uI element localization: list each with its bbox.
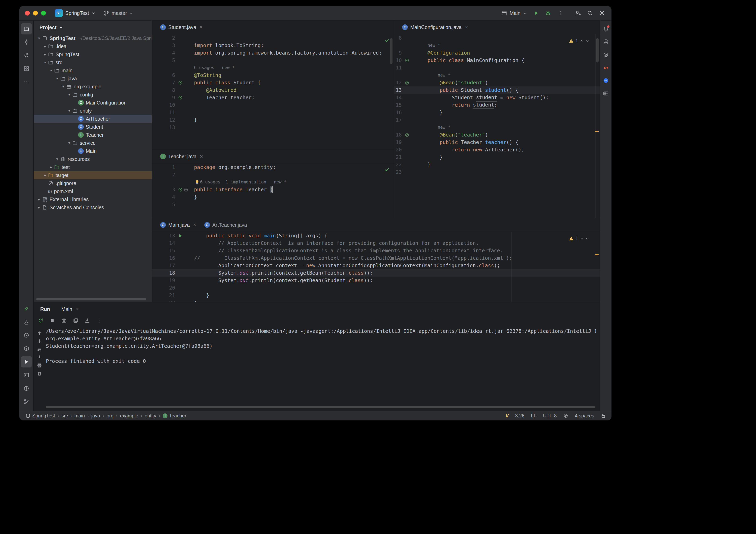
editor-scrollbar[interactable] — [596, 38, 599, 62]
tree-item-springtest[interactable]: ▾SpringTest~/Desktop/CS/JavaEE/2 Java Sp… — [34, 34, 152, 42]
tree-chevron-icon[interactable]: ▸ — [42, 173, 48, 177]
tree-item-src[interactable]: ▾src — [34, 58, 152, 67]
tree-chevron-icon[interactable]: ▾ — [67, 108, 72, 113]
chevron-up-icon[interactable] — [580, 39, 584, 43]
code-line[interactable]: 16// ClassPathXmlApplicationContext cont… — [152, 254, 600, 262]
caret-position-widget[interactable]: 3:26 — [515, 413, 525, 419]
version-control-button[interactable] — [21, 396, 32, 408]
tree-horizontal-scrollbar[interactable] — [36, 298, 146, 300]
kebab-button[interactable] — [96, 318, 102, 323]
minimize-window-button[interactable] — [33, 11, 38, 15]
code-line[interactable]: 21 } — [394, 154, 600, 161]
structure-button[interactable] — [21, 63, 32, 74]
trash-button[interactable] — [37, 371, 42, 376]
editor-scrollbar[interactable] — [390, 38, 392, 64]
run-button[interactable] — [533, 10, 539, 16]
code-line[interactable]: 23 — [394, 168, 600, 176]
tree-item-idea[interactable]: ▸.idea — [34, 42, 152, 50]
tree-chevron-icon[interactable]: ▾ — [36, 36, 42, 41]
code-line[interactable]: 22} — [152, 299, 600, 302]
tree-item-external-libraries[interactable]: ▸External Libraries — [34, 195, 152, 203]
tree-item-student[interactable]: CStudent — [34, 123, 152, 131]
code-line[interactable]: 10public class MainConfiguration { — [394, 57, 600, 64]
more-tools-button[interactable] — [21, 76, 32, 88]
ai-assistant-button[interactable] — [601, 76, 611, 85]
line-separator-widget[interactable]: LF — [531, 413, 537, 419]
code-line[interactable]: 3public interface Teacher { — [152, 186, 394, 193]
stop-button[interactable] — [49, 318, 55, 323]
breadcrumb-src[interactable]: src — [61, 413, 68, 419]
services-button[interactable] — [21, 330, 32, 341]
code-line[interactable]: 13 public Student student() { — [394, 86, 600, 94]
tree-item-teacher[interactable]: ITeacher — [34, 131, 152, 139]
close-window-button[interactable] — [25, 11, 30, 15]
tree-chevron-icon[interactable]: ▾ — [54, 76, 60, 81]
layers2-button[interactable] — [73, 318, 78, 323]
tree-chevron-icon[interactable]: ▾ — [42, 60, 48, 65]
code-line[interactable]: 3import lombok.ToString; — [152, 42, 394, 49]
code-line[interactable]: 16 } — [394, 109, 600, 116]
encoding-widget[interactable]: UTF-8 — [543, 413, 557, 419]
breadcrumb-org[interactable]: org — [106, 413, 114, 419]
code-line[interactable]: 13 public static void main(String[] args… — [152, 232, 600, 239]
code-line[interactable]: 22} — [394, 161, 600, 168]
run-tab-main[interactable]: Main × — [61, 306, 79, 312]
scroll-end-button[interactable] — [37, 355, 42, 360]
tree-item-test[interactable]: ▸test — [34, 163, 152, 171]
build-tool-button[interactable] — [601, 50, 611, 60]
code-line[interactable]: 13 — [152, 124, 394, 131]
tree-chevron-icon[interactable]: ▸ — [36, 205, 42, 210]
close-tab-icon[interactable]: × — [193, 222, 196, 228]
build-button[interactable] — [21, 343, 32, 354]
chevron-down-icon[interactable] — [585, 237, 589, 240]
debug-button[interactable] — [545, 10, 551, 16]
code-line[interactable]: 18 System.out.println(context.getBean(Te… — [152, 269, 600, 277]
tree-item-target[interactable]: ▸target — [34, 171, 152, 179]
code-with-me-button[interactable] — [575, 10, 581, 16]
tree-chevron-icon[interactable]: ▾ — [67, 141, 72, 145]
code-line[interactable]: 11 — [152, 109, 394, 116]
breadcrumb-example[interactable]: example — [120, 413, 138, 419]
student-code[interactable]: 23import lombok.ToString;4import org.spr… — [152, 34, 394, 150]
code-line[interactable]: 20 — [152, 284, 600, 292]
close-tab-icon[interactable]: × — [76, 306, 79, 312]
console-horizontal-scrollbar[interactable] — [46, 406, 595, 408]
code-line[interactable]: 7public class Student { — [152, 79, 394, 86]
code-line[interactable]: 12 @Bean("student") — [394, 79, 600, 86]
tree-item-artteacher[interactable]: CArtTeacher — [34, 115, 152, 123]
tree-item-gitignore[interactable]: .gitignore — [34, 179, 152, 187]
down-tray-button[interactable] — [85, 318, 90, 323]
run-config-selector[interactable]: Main — [501, 10, 527, 16]
tab-student-java[interactable]: CStudent.java× — [156, 20, 207, 34]
database-button[interactable] — [601, 37, 611, 47]
camera-button[interactable] — [61, 318, 67, 323]
spring-button[interactable] — [21, 303, 32, 314]
tree-item-pom-xml[interactable]: mpom.xml — [34, 187, 152, 195]
status-v-icon[interactable]: V — [505, 413, 509, 419]
tab-main-java[interactable]: CMain.java× — [156, 218, 200, 232]
code-line[interactable]: 2 — [152, 171, 394, 179]
close-tab-icon[interactable]: × — [200, 24, 203, 30]
close-tab-icon[interactable]: × — [200, 154, 203, 160]
code-line[interactable]: 17 — [394, 116, 600, 124]
project-widget[interactable]: ST SpringTest — [55, 9, 95, 17]
code-line[interactable]: 2 — [152, 34, 394, 42]
code-line[interactable]: 19 System.out.println(context.getBean(St… — [152, 277, 600, 284]
analysis-ok-icon[interactable] — [384, 167, 390, 174]
dependencies-button[interactable] — [601, 89, 611, 98]
code-line[interactable]: 1package org.example.entity; — [152, 163, 394, 171]
breadcrumb-entity[interactable]: entity — [145, 413, 156, 419]
tree-item-main[interactable]: ▾main — [34, 67, 152, 74]
tab-mainconfiguration-java[interactable]: CMainConfiguration.java× — [398, 20, 472, 34]
arrow-down-button[interactable] — [37, 339, 42, 344]
pull-requests-button[interactable] — [21, 50, 32, 61]
code-line[interactable]: 8 @Autowired — [152, 86, 394, 94]
code-line[interactable]: 5 — [152, 57, 394, 64]
breadcrumb-main[interactable]: main — [74, 413, 85, 419]
chevron-up-icon[interactable] — [580, 237, 584, 240]
branch-widget[interactable]: master — [103, 10, 133, 16]
run-button[interactable] — [21, 356, 32, 368]
project-view-button[interactable] — [21, 23, 32, 35]
tree-chevron-icon[interactable]: ▸ — [42, 52, 48, 57]
mainconfig-code[interactable]: 8new *9@Configuration10public class Main… — [394, 34, 600, 218]
